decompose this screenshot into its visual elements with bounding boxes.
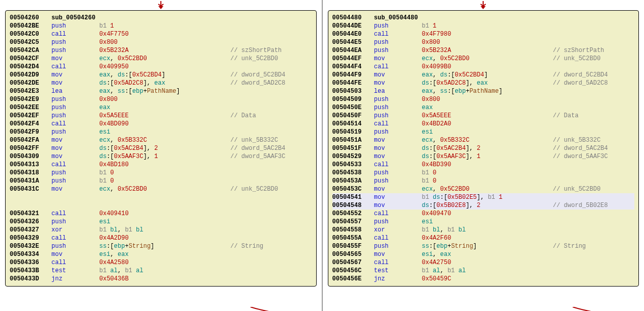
addr: 005042C5 — [10, 38, 51, 46]
mnemonic: mov — [374, 250, 422, 258]
disasm-row[interactable]: 005044DEpushb1 1 — [332, 22, 635, 30]
disasm-row[interactable]: 00504329call0x4A2D90 — [10, 234, 312, 242]
mnemonic: call — [51, 258, 99, 267]
disasm-row[interactable]: 005042FFmovds:[0x5AC2B4], 2// dword_5AC2… — [10, 144, 312, 152]
comment: // dword_5AAF3C — [553, 152, 634, 161]
operands: ecx, 0x5B332C — [99, 136, 231, 144]
addr: 005042F4 — [10, 120, 51, 128]
disasm-row[interactable]: 0050456Ejnz0x50459C — [332, 275, 635, 283]
disasm-row[interactable]: 0050451Amovecx, 0x5B332C// unk_5B332C — [332, 136, 635, 144]
right-pane[interactable]: 00504480 sub_00504480 005044DEpushb1 100… — [323, 0, 645, 311]
addr: 00504541 — [332, 193, 374, 201]
disasm-row[interactable]: 00504538pushb1 0 — [332, 169, 635, 177]
disasm-row[interactable]: 005042F9pushesi — [10, 128, 312, 136]
disasm-row[interactable]: 0050451Fmovds:[0x5AC2B4], 2// dword_5AC2… — [332, 144, 635, 152]
disasm-row[interactable]: 00504509push0x800 — [332, 95, 635, 103]
disasm-row[interactable]: 00504503leaeax, ss:[ebp+PathName] — [332, 87, 635, 95]
disasm-row[interactable]: 0050450Epusheax — [332, 103, 635, 112]
addr: 00504529 — [332, 152, 374, 161]
disasm-row[interactable] — [10, 193, 312, 201]
mnemonic: push — [374, 112, 422, 120]
disasm-row[interactable]: 00504565movesi, eax — [332, 250, 635, 258]
mnemonic: mov — [51, 55, 99, 63]
mnemonic: mov — [51, 250, 99, 258]
disasm-row[interactable]: 005042DEmovds:[0x5AD2C8], eax// dword_5A… — [10, 79, 312, 87]
mnemonic: call — [374, 210, 422, 218]
disasm-row[interactable]: 00504318pushb1 0 — [10, 169, 312, 177]
disasm-row[interactable]: 005042D9moveax, ds:[0x5C2BD4]// dword_5C… — [10, 71, 312, 79]
addr: 0050432E — [10, 242, 51, 250]
disasm-row[interactable]: 0050453Cmovecx, 0x5C2BD0// unk_5C2BD0 — [332, 185, 635, 193]
disasm-row[interactable]: 005042EFpush0x5A5EEE// Data — [10, 112, 312, 120]
disasm-row[interactable]: 005042D4call0x409950 — [10, 63, 312, 71]
disasm-row[interactable]: 005044E5push0x800 — [332, 38, 635, 46]
disasm-row[interactable]: 00504533call0x4BD390 — [332, 161, 635, 169]
operands: ds:[0x5AC2B4], 2 — [99, 144, 231, 152]
addr: 005044F9 — [332, 71, 374, 79]
disasm-row[interactable]: 005044EApush0x5B232A// szShortPath — [332, 46, 635, 55]
operands: b1 bl, b1 bl — [422, 226, 635, 234]
disasm-row[interactable]: 00504567call0x4A2750 — [332, 258, 635, 267]
disasm-row[interactable]: 0050432Epushss:[ebp+String]// String — [10, 242, 312, 250]
mnemonic: xor — [51, 226, 99, 234]
disasm-row[interactable]: 00504548movds:[0x5B02E8], 2// dword_5B02… — [332, 201, 635, 210]
mnemonic: push — [374, 38, 422, 46]
addr: 0050456E — [332, 275, 374, 283]
disasm-row[interactable]: 0050450Fpush0x5A5EEE// Data — [332, 112, 635, 120]
disasm-row[interactable]: 005042BEpushb1 1 — [10, 22, 312, 30]
disasm-row[interactable]: 005042CFmovecx, 0x5C2BD0// unk_5C2BD0 — [10, 55, 312, 63]
addr: 0050450E — [332, 103, 374, 112]
left-pane[interactable]: 00504260 sub_00504260 005042BEpushb1 100… — [0, 0, 322, 311]
block-title-addr: 00504480 — [332, 14, 374, 22]
disasm-row[interactable]: 00504321call0x409410 — [10, 210, 312, 218]
disasm-row[interactable]: 005042E3leaeax, ss:[ebp+PathName] — [10, 87, 312, 95]
disasm-row[interactable]: 005042F4call0x4BD090 — [10, 120, 312, 128]
disasm-row[interactable]: 00504326pushesi — [10, 218, 312, 226]
disasm-row[interactable]: 0050455Fpushss:[ebp+String]// String — [332, 242, 635, 250]
addr: 0050453C — [332, 185, 374, 193]
operands: eax, ds:[0x5C2BD4] — [422, 71, 553, 79]
disasm-row[interactable]: 00504552call0x409470 — [332, 210, 635, 218]
disasm-row[interactable]: 005042EEpusheax — [10, 103, 312, 112]
disasm-row[interactable]: 00504313call0x4BD180 — [10, 161, 312, 169]
disasm-row[interactable]: 00504541movb1 ds:[0x5B02E5], b1 1 — [332, 193, 635, 201]
operands: ds:[0x5B02E8], 2 — [422, 201, 553, 210]
operands: 0x4F7750 — [99, 30, 312, 38]
disasm-row[interactable]: 005042C5push0x800 — [10, 38, 312, 46]
disasm-row[interactable]: 005042FAmovecx, 0x5B332C// unk_5B332C — [10, 136, 312, 144]
disasm-block-left[interactable]: 00504260 sub_00504260 005042BEpushb1 100… — [5, 10, 317, 287]
disasm-row[interactable]: 005044F9moveax, ds:[0x5C2BD4]// dword_5C… — [332, 71, 635, 79]
disasm-row[interactable]: 0050453Apushb1 0 — [332, 177, 635, 185]
edge-true-right — [568, 307, 629, 311]
disasm-row[interactable]: 005044FEmovds:[0x5AD2C8], eax// dword_5A… — [332, 79, 635, 87]
disasm-row[interactable]: 005044F4call0x4099B0 — [332, 63, 635, 71]
disasm-row[interactable]: 00504514call0x4BD2A0 — [332, 120, 635, 128]
addr: 005044E0 — [332, 30, 374, 38]
disasm-row[interactable]: 005042E9push0x800 — [10, 95, 312, 103]
disasm-row[interactable]: 00504558xorb1 bl, b1 bl — [332, 226, 635, 234]
disasm-row[interactable]: 005042C0call0x4F7750 — [10, 30, 312, 38]
addr: 005042EF — [10, 112, 51, 120]
mnemonic: lea — [51, 87, 99, 95]
disasm-row[interactable]: 00504327xorb1 bl, b1 bl — [10, 226, 312, 234]
addr: 0050455F — [332, 242, 374, 250]
disasm-row[interactable]: 005042CApush0x5B232A// szShortPath — [10, 46, 312, 55]
disasm-row[interactable]: 005044E0call0x4F7980 — [332, 30, 635, 38]
operands: 0x5A5EEE — [99, 112, 231, 120]
disasm-row[interactable]: 0050431Cmovecx, 0x5C2BD0// unk_5C2BD0 — [10, 185, 312, 193]
disasm-row[interactable] — [10, 201, 312, 210]
disasm-block-right[interactable]: 00504480 sub_00504480 005044DEpushb1 100… — [328, 10, 639, 287]
disasm-row[interactable]: 00504519pushesi — [332, 128, 635, 136]
disasm-row[interactable]: 00504336call0x4A2580 — [10, 258, 312, 267]
disasm-row[interactable]: 0050433Djnz0x50436B — [10, 275, 312, 283]
addr: 005042F9 — [10, 128, 51, 136]
disasm-row[interactable]: 0050455Acall0x4A2F60 — [332, 234, 635, 242]
disasm-row[interactable]: 00504557pushesi — [332, 218, 635, 226]
disasm-row[interactable]: 0050433Btestb1 al, b1 al — [10, 267, 312, 275]
disasm-row[interactable]: 00504309movds:[0x5AAF3C], 1// dword_5AAF… — [10, 152, 312, 161]
disasm-row[interactable]: 00504334movesi, eax — [10, 250, 312, 258]
disasm-row[interactable]: 0050456Ctestb1 al, b1 al — [332, 267, 635, 275]
disasm-row[interactable]: 005044EFmovecx, 0x5C2BD0// unk_5C2BD0 — [332, 55, 635, 63]
disasm-row[interactable]: 00504529movds:[0x5AAF3C], 1// dword_5AAF… — [332, 152, 635, 161]
disasm-row[interactable]: 0050431Apushb1 0 — [10, 177, 312, 185]
